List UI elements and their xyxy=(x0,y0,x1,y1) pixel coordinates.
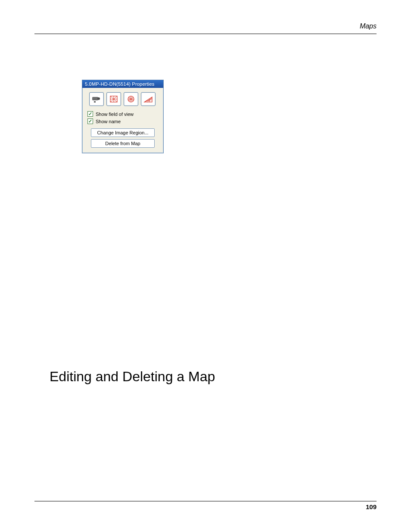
checkbox-icon xyxy=(87,118,93,124)
show-name-checkbox[interactable]: Show name xyxy=(87,118,158,124)
camera-style-3-icon[interactable] xyxy=(124,92,138,106)
delete-from-map-button[interactable]: Delete from Map xyxy=(91,139,155,148)
section-heading: Editing and Deleting a Map xyxy=(50,369,377,385)
show-field-of-view-checkbox[interactable]: Show field of view xyxy=(87,111,158,117)
camera-style-1-icon[interactable] xyxy=(89,92,104,106)
properties-dialog: 5.0MP-HD-DN(5514) Properties xyxy=(82,80,164,153)
checkbox-label: Show name xyxy=(96,119,121,124)
camera-icon-picker xyxy=(89,92,158,106)
camera-style-4-icon[interactable] xyxy=(141,92,156,106)
svg-rect-2 xyxy=(94,101,96,103)
checkbox-icon xyxy=(87,111,93,117)
page-header: Maps xyxy=(34,22,377,34)
svg-rect-0 xyxy=(92,97,98,100)
change-image-region-button[interactable]: Change Image Region... xyxy=(91,128,155,137)
page-number: 109 xyxy=(34,503,377,510)
page-footer: 109 xyxy=(34,501,377,510)
header-section-label: Maps xyxy=(34,22,377,33)
footer-rule xyxy=(34,501,377,501)
camera-style-2-icon[interactable] xyxy=(106,92,121,106)
header-rule xyxy=(34,34,377,34)
checkbox-label: Show field of view xyxy=(96,112,134,117)
dialog-titlebar: 5.0MP-HD-DN(5514) Properties xyxy=(82,80,163,88)
svg-point-1 xyxy=(97,97,100,100)
